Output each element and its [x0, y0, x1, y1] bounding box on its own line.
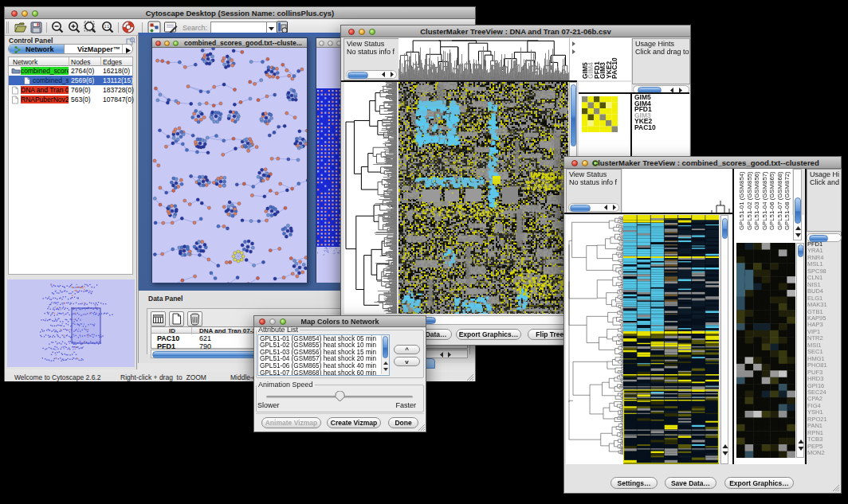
svg-text:Search:: Search: — [183, 24, 207, 32]
svg-text:GPL51-02 (GSM855): GPL51-02 (GSM855) — [746, 171, 753, 230]
svg-text:GPL51-03 (GSM856): GPL51-03 (GSM856) — [753, 171, 760, 230]
svg-text:GPL51-08 (GSM872): GPL51-08 (GSM872) — [783, 171, 791, 230]
svg-text:GPL51-04 (GSM857): GPL51-04 (GSM857) — [761, 171, 768, 230]
svg-text:PAC10: PAC10 — [610, 57, 618, 79]
svg-text:GPL51-06 (GSM865): GPL51-06 (GSM865) — [768, 171, 775, 230]
svg-text:GPL51-07 (GSM868): GPL51-07 (GSM868) — [776, 171, 783, 230]
svg-text:GPL51-01 (GSM854): GPL51-01 (GSM854) — [738, 171, 745, 230]
svg-text:1:1: 1:1 — [104, 25, 110, 29]
